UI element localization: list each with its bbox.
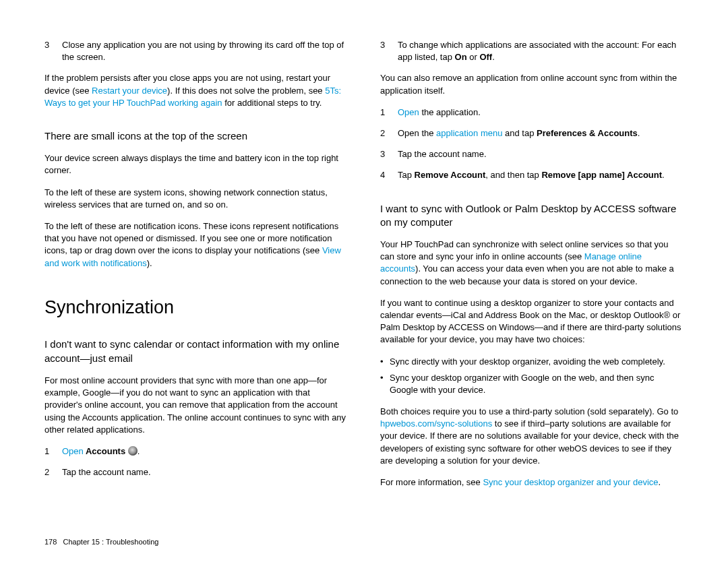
paragraph: For more information, see Sync your desk… (380, 476, 684, 489)
paragraph: Your HP TouchPad can synchronize with se… (380, 239, 684, 288)
page-footer: 178 Chapter 15 : Troubleshooting (44, 537, 158, 547)
paragraph: For most online account providers that s… (44, 375, 348, 436)
subheading-small-icons: There are small icons at the top of the … (44, 129, 348, 143)
list-item: 3 Tap the account name. (380, 148, 684, 160)
accounts-icon (128, 446, 138, 456)
left-column: 3 Close any application you are not usin… (44, 39, 348, 498)
list-item: • Sync your desktop organizer with Googl… (380, 372, 684, 396)
paragraph: You can also remove an application from … (380, 72, 684, 96)
link-restart-device[interactable]: Restart your device (92, 86, 167, 96)
list-item: • Sync directly with your desktop organi… (380, 356, 684, 368)
link-open[interactable]: Open (62, 446, 84, 456)
link-sync-solutions[interactable]: hpwebos.com/sync-solutions (380, 418, 492, 429)
list-item: 4 Tap Remove Account, and then tap Remov… (380, 169, 684, 181)
paragraph: To the left of these are notification ic… (44, 220, 348, 270)
subheading-dont-sync: I don't want to sync calendar or contact… (44, 338, 348, 365)
paragraph: To the left of these are system icons, s… (44, 187, 348, 211)
paragraph: Your device screen always displays the t… (44, 152, 348, 177)
paragraph: If you want to continue using a desktop … (380, 297, 684, 346)
paragraph: If the problem persists after you close … (44, 72, 348, 109)
page-body: 3 Close any application you are not usin… (0, 0, 728, 498)
link-application-menu[interactable]: application menu (436, 128, 502, 138)
list-item: 3 Close any application you are not usin… (44, 39, 348, 63)
subheading-outlook-palm: I want to sync with Outlook or Palm Desk… (380, 202, 684, 230)
heading-synchronization: Synchronization (44, 295, 348, 321)
list-item: 1 Open Accounts . (44, 445, 348, 458)
right-column: 3 To change which applications are assoc… (380, 39, 684, 498)
link-sync-desktop[interactable]: Sync your desktop organizer and your dev… (483, 477, 658, 487)
list-item: 3 To change which applications are assoc… (380, 39, 684, 63)
list-item: 1 Open the application. (380, 106, 684, 119)
link-open[interactable]: Open (398, 107, 419, 117)
chapter-label: Chapter 15 : Troubleshooting (63, 538, 159, 546)
list-item: 2 Tap the account name. (44, 466, 348, 478)
list-item: 2 Open the application menu and tap Pref… (380, 127, 684, 139)
page-number: 178 (44, 538, 57, 546)
paragraph: Both choices require you to use a third-… (380, 406, 684, 467)
